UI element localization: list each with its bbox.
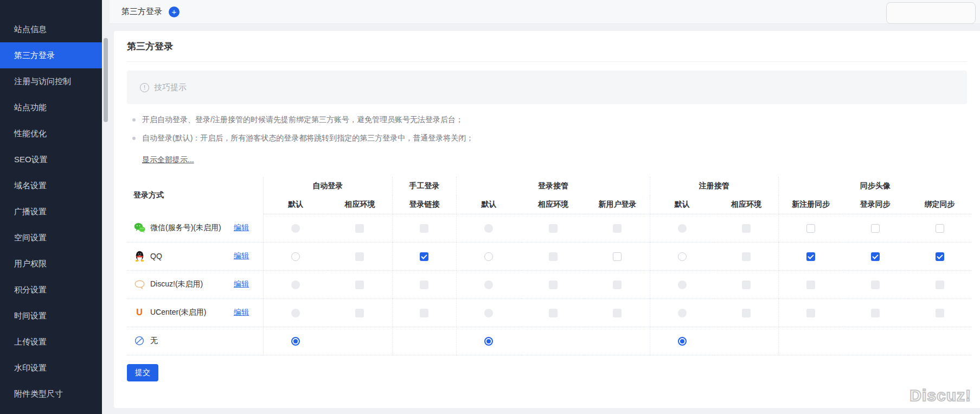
radio-disabled [678, 281, 687, 289]
sidebar-item-积分设置[interactable]: 积分设置 [0, 277, 102, 303]
radio-disabled [291, 224, 300, 233]
submit-button[interactable]: 提交 [127, 364, 158, 381]
sidebar-item-时间设置[interactable]: 时间设置 [0, 303, 102, 329]
scrollbar-thumb[interactable] [104, 38, 108, 122]
radio-unchecked[interactable] [678, 252, 687, 261]
ucenter-icon: U [133, 308, 145, 317]
check-disabled [742, 309, 751, 317]
check-checked[interactable] [871, 252, 880, 261]
tip-item: 开启自动登录、登录/注册接管的时候请先提前绑定第三方账号，避免管理员账号无法登录… [132, 115, 967, 125]
sub-column-header: 登录同步 [843, 195, 907, 214]
check-disabled [355, 309, 364, 317]
check-disabled [549, 252, 558, 261]
login-method-label: 微信(服务号)(未启用) [150, 223, 234, 233]
table-row: 微信(服务号)(未启用)编辑 [127, 214, 972, 242]
login-method-label: Discuz!(未启用) [150, 279, 234, 289]
tip-text: 开启自动登录、登录/注册接管的时候请先提前绑定第三方账号，避免管理员账号无法登录… [142, 115, 463, 125]
radio-disabled [678, 224, 687, 233]
check-disabled [549, 224, 558, 233]
sidebar-item-站点信息[interactable]: 站点信息 [0, 16, 102, 42]
wechat-icon [133, 222, 145, 233]
check-disabled [936, 309, 944, 317]
check-disabled [613, 309, 622, 317]
check-disabled [355, 224, 364, 233]
tab-bar: 第三方登录 + [110, 0, 980, 24]
check-checked[interactable] [936, 252, 944, 261]
bullet-icon [132, 118, 136, 122]
sub-column-header: 默认 [650, 195, 714, 214]
check-disabled [871, 309, 880, 317]
tips-panel: ! 技巧提示 [127, 71, 967, 104]
check-disabled [936, 281, 944, 289]
group-header: 注册接管 [650, 177, 779, 195]
bullet-icon [132, 137, 136, 140]
table-row: Discuz!(未启用)编辑 [127, 270, 972, 298]
group-header: 同步头像 [779, 177, 972, 195]
radio-checked[interactable] [678, 337, 687, 346]
check-checked[interactable] [806, 252, 815, 261]
tip-text: 自动登录(默认)：开启后，所有游客状态的登录都将跳转到指定的第三方登录中，普通登… [142, 133, 473, 143]
radio-disabled [484, 224, 493, 233]
qq-icon [133, 251, 145, 262]
tip-item: 自动登录(默认)：开启后，所有游客状态的登录都将跳转到指定的第三方登录中，普通登… [132, 133, 967, 143]
column-header-login-method: 登录方式 [127, 177, 264, 214]
edit-link[interactable]: 编辑 [234, 251, 249, 261]
sidebar-item-水印设置[interactable]: 水印设置 [0, 355, 102, 381]
sidebar-item-域名设置[interactable]: 域名设置 [0, 173, 102, 199]
check-disabled [549, 309, 558, 317]
check-checked[interactable] [420, 252, 428, 261]
check-disabled [420, 281, 428, 289]
sidebar-item-用户权限[interactable]: 用户权限 [0, 251, 102, 277]
table-row: QQ编辑 [127, 242, 972, 270]
sidebar-item-站点功能[interactable]: 站点功能 [0, 94, 102, 120]
login-methods-table: 登录方式自动登录手工登录登录接管注册接管同步头像默认相应环境登录链接默认相应环境… [127, 177, 972, 355]
edit-link[interactable]: 编辑 [234, 308, 249, 317]
show-all-tips-link[interactable]: 显示全部提示... [142, 155, 194, 165]
check-unchecked[interactable] [806, 224, 815, 233]
vertical-scrollbar[interactable] [102, 0, 110, 414]
sub-column-header: 默认 [264, 195, 328, 214]
radio-checked[interactable] [291, 337, 300, 346]
radio-unchecked[interactable] [484, 252, 493, 261]
sub-column-header: 相应环境 [714, 195, 779, 214]
add-tab-icon[interactable]: + [169, 7, 180, 17]
radio-unchecked[interactable] [291, 252, 300, 261]
sidebar-item-第三方登录[interactable]: 第三方登录 [0, 42, 102, 68]
info-circle-icon: ! [140, 83, 149, 92]
edit-link[interactable]: 编辑 [234, 223, 249, 233]
sidebar-item-性能优化[interactable]: 性能优化 [0, 120, 102, 147]
sidebar-nav: 站点信息第三方登录注册与访问控制站点功能性能优化SEO设置域名设置广播设置空间设… [0, 0, 102, 414]
group-header: 登录接管 [457, 177, 650, 195]
check-unchecked[interactable] [871, 224, 880, 233]
tab-third-party-login[interactable]: 第三方登录 [121, 7, 162, 17]
table-row: 无 [127, 327, 972, 355]
check-disabled [742, 252, 751, 261]
radio-disabled [291, 281, 300, 289]
sidebar-item-注册与访问控制[interactable]: 注册与访问控制 [0, 68, 102, 94]
sub-column-header: 绑定同步 [907, 195, 972, 214]
radio-disabled [484, 281, 493, 289]
discuz-icon [133, 280, 145, 289]
check-unchecked[interactable] [613, 252, 622, 261]
page-title: 第三方登录 [127, 31, 967, 62]
check-disabled [420, 224, 428, 233]
check-disabled [355, 252, 364, 261]
check-disabled [613, 224, 622, 233]
sub-column-header: 登录链接 [392, 195, 457, 214]
check-unchecked[interactable] [936, 224, 944, 233]
topbar-search-box[interactable] [886, 2, 976, 24]
check-disabled [613, 281, 622, 289]
sidebar-item-广播设置[interactable]: 广播设置 [0, 199, 102, 225]
check-disabled [549, 281, 558, 289]
sidebar-item-附件类型尺寸[interactable]: 附件类型尺寸 [0, 381, 102, 407]
edit-link[interactable]: 编辑 [234, 279, 249, 289]
check-disabled [420, 309, 428, 317]
sidebar-item-上传设置[interactable]: 上传设置 [0, 329, 102, 355]
table-row: UUCenter(未启用)编辑 [127, 298, 972, 327]
radio-checked[interactable] [484, 337, 493, 346]
check-disabled [806, 309, 815, 317]
radio-disabled [678, 309, 687, 317]
sidebar-item-SEO设置[interactable]: SEO设置 [0, 147, 102, 173]
sidebar-item-空间设置[interactable]: 空间设置 [0, 225, 102, 251]
tips-title: 技巧提示 [154, 82, 187, 93]
